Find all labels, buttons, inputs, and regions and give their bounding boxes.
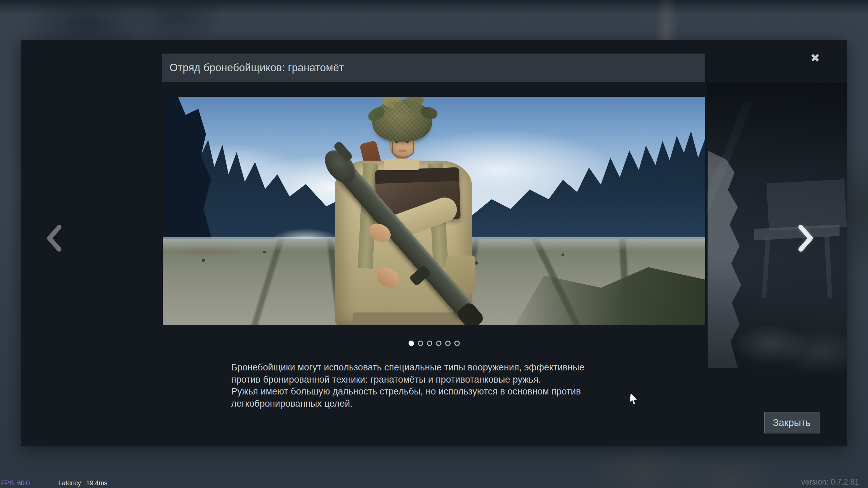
carousel-dot-6[interactable]	[454, 341, 460, 346]
version-label: version: 0.7.2.81	[801, 477, 859, 487]
carousel-dot-2[interactable]	[418, 341, 423, 346]
fps-counter: FPS: 60.0	[1, 479, 29, 487]
carousel-next-button[interactable]	[795, 223, 822, 263]
carousel-dots	[163, 341, 705, 346]
preview-dim-overlay	[707, 83, 847, 374]
carousel-dot-4[interactable]	[436, 341, 441, 346]
soldier-collar	[384, 159, 419, 170]
carousel-dot-3[interactable]	[427, 341, 432, 346]
dialog-title: Отряд бронебойщиков: гранатомёт	[162, 54, 705, 82]
squad-info-dialog: Отряд бронебойщиков: гранатомёт ✖	[21, 40, 847, 446]
soldier-camo-helmet	[372, 100, 432, 142]
cursor-icon	[628, 391, 639, 408]
squad-description: Бронебойщики могут использовать специаль…	[231, 362, 631, 410]
carousel-prev-button[interactable]	[43, 223, 71, 263]
helmet-chinstrap	[392, 142, 414, 158]
carousel-dot-5[interactable]	[445, 341, 451, 346]
helmet-netting	[372, 100, 432, 142]
dialog-title-bar: Отряд бронебойщиков: гранатомёт	[162, 54, 705, 82]
chevron-right-icon	[795, 223, 816, 253]
carousel-image	[163, 97, 705, 325]
soldier-pants	[353, 312, 458, 325]
next-slide-preview	[707, 83, 847, 374]
close-button[interactable]: Закрыть	[764, 412, 820, 433]
latency-counter: Latency: 19.4ms	[58, 479, 107, 487]
carousel-dot-1[interactable]	[409, 341, 414, 346]
chevron-left-icon	[43, 223, 65, 253]
close-icon[interactable]: ✖	[807, 50, 823, 66]
